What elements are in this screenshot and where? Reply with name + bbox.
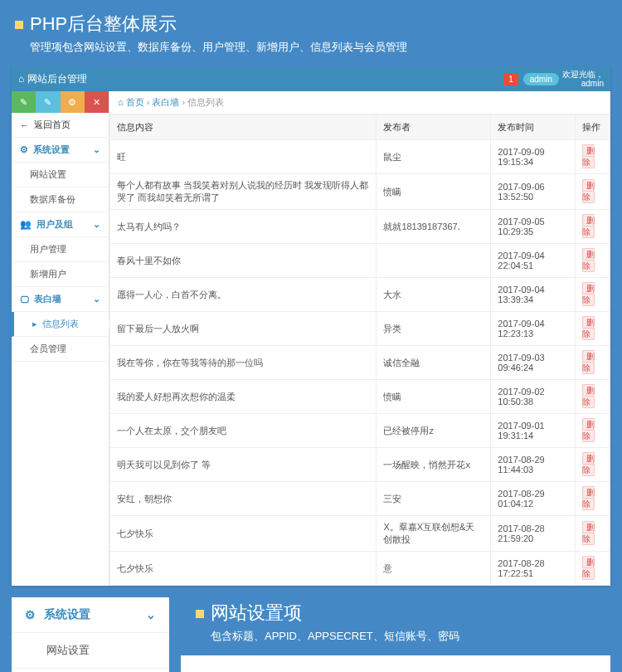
cell-user: 鼠尘 <box>377 140 491 174</box>
cell-action: 删除 <box>575 380 610 414</box>
cell-content: 我的爱人好想再次想你的温柔 <box>110 380 377 414</box>
crumb-home[interactable]: ⌂ 首页 <box>118 97 144 107</box>
delete-button[interactable]: 删除 <box>582 486 595 510</box>
cell-time: 2017-09-04 13:39:34 <box>491 278 575 312</box>
cell-user: 意 <box>377 552 491 586</box>
cell-time: 2017-09-03 09:46:24 <box>491 346 575 380</box>
cyan-button[interactable]: ✎ <box>36 91 60 113</box>
delete-button[interactable]: 删除 <box>582 556 595 580</box>
delete-button[interactable]: 删除 <box>582 521 595 545</box>
users-icon: 👥 <box>20 219 32 230</box>
delete-button[interactable]: 删除 <box>582 214 595 238</box>
cell-user: 诚信全融 <box>377 346 491 380</box>
cell-action: 删除 <box>575 278 610 312</box>
delete-button[interactable]: 删除 <box>582 452 595 476</box>
breadcrumb: ⌂ 首页 › 表白墙 › 信息列表 <box>109 91 610 114</box>
table-header: 发布时间 <box>491 115 575 140</box>
sidebar-group-wall[interactable]: 🖵表白墙⌄ <box>12 287 109 312</box>
cell-time: 2017-09-04 22:04:51 <box>491 244 575 278</box>
sidebar-color-buttons: ✎ ✎ ⚙ ✕ <box>12 91 109 113</box>
sidebar-back[interactable]: ←返回首页 <box>12 113 109 138</box>
table-row: 安红，朝想你三安2017-08-29 01:04:12删除 <box>110 482 610 516</box>
sidebar-member-mgmt[interactable]: 会员管理 <box>12 337 109 362</box>
sidebar-group-users[interactable]: 👥用户及组⌄ <box>12 212 109 237</box>
cell-time: 2017-09-05 10:29:35 <box>491 210 575 244</box>
table-row: 留下最后一人放火啊异类2017-09-04 12:23:13删除 <box>110 312 610 346</box>
cell-action: 删除 <box>575 210 610 244</box>
sidebar: ✎ ✎ ⚙ ✕ ←返回首页 ⚙系统设置⌄ 网站设置 数据库备份 👥用户及组⌄ 用… <box>12 91 109 586</box>
cell-user: 愤瞒 <box>377 380 491 414</box>
sidebar-group-system[interactable]: ⚙系统设置⌄ <box>12 138 109 163</box>
section2-sub: 包含标题、APPID、APPSECRET、短信账号、密码 <box>181 629 610 655</box>
cell-time: 2017-09-09 19:15:34 <box>491 140 575 174</box>
green-button[interactable]: ✎ <box>12 91 36 113</box>
delete-button[interactable]: 删除 <box>582 144 595 168</box>
table-header: 操作 <box>575 115 610 140</box>
notification-badge[interactable]: 1 <box>503 73 518 85</box>
cell-content: 明天我可以见到你了 等 <box>110 448 377 482</box>
gear-icon: ⚙ <box>25 608 36 621</box>
orange-button[interactable]: ⚙ <box>61 91 85 113</box>
cell-action: 删除 <box>575 174 610 210</box>
cell-time: 2017-08-29 01:04:12 <box>491 482 575 516</box>
table-row: 明天我可以见到你了 等一场醒映，悄然开花x2017-08-29 11:44:03… <box>110 448 610 482</box>
cell-content: 七夕快乐 <box>110 516 377 552</box>
sidebar-add-user[interactable]: 新增用户 <box>12 262 109 287</box>
table-row: 我在等你，你在等我等待的那一位吗诚信全融2017-09-03 09:46:24删… <box>110 346 610 380</box>
cell-content: 旺 <box>110 140 377 174</box>
chevron-down-icon: ⌄ <box>93 294 100 304</box>
delete-button[interactable]: 删除 <box>582 350 595 374</box>
cell-time: 2017-08-28 17:22:51 <box>491 552 575 586</box>
cell-user: 就就18139187367. <box>377 210 491 244</box>
cell-user: 三安 <box>377 482 491 516</box>
cell-time: 2017-09-02 10:50:38 <box>491 380 575 414</box>
table-row: 七夕快乐X。羣嘉X互联创想&天创散投2017-08-28 21:59:20删除 <box>110 516 610 552</box>
cell-user <box>377 244 491 278</box>
cell-action: 删除 <box>575 448 610 482</box>
sidebar-site-settings[interactable]: 网站设置 <box>12 163 109 187</box>
section2-title: 网站设置项 <box>181 597 610 629</box>
cell-action: 删除 <box>575 552 610 586</box>
crumb-mid[interactable]: 表白墙 <box>152 97 179 107</box>
red-button[interactable]: ✕ <box>85 91 109 113</box>
table-header: 发布者 <box>377 115 491 140</box>
delete-button[interactable]: 删除 <box>582 282 595 306</box>
cell-user: X。羣嘉X互联创想&天创散投 <box>377 516 491 552</box>
back-icon: ← <box>20 120 29 130</box>
sidebar-user-mgmt[interactable]: 用户管理 <box>12 237 109 262</box>
section1-title: PHP后台整体展示 <box>0 0 622 40</box>
cell-content: 一个人在太原，交个朋友吧 <box>110 414 377 448</box>
cell-user: 大水 <box>377 278 491 312</box>
header-bar: 网站后台管理 1 admin 欢迎光临， admin <box>12 66 610 91</box>
table-row: 我的爱人好想再次想你的温柔愤瞒2017-09-02 10:50:38删除 <box>110 380 610 414</box>
sidebar-info-list[interactable]: ▸信息列表 <box>12 312 109 337</box>
cell-time: 2017-09-01 19:31:14 <box>491 414 575 448</box>
sb2-site-settings[interactable]: 网站设置 <box>12 633 169 669</box>
table-row: 春风十里不如你2017-09-04 22:04:51删除 <box>110 244 610 278</box>
cell-action: 删除 <box>575 312 610 346</box>
cell-user: 一场醒映，悄然开花x <box>377 448 491 482</box>
cell-time: 2017-09-04 12:23:13 <box>491 312 575 346</box>
monitor-icon: 🖵 <box>20 295 29 304</box>
cell-content: 七夕快乐 <box>110 552 377 586</box>
table-row: 七夕快乐意2017-08-28 17:22:51删除 <box>110 552 610 586</box>
delete-button[interactable]: 删除 <box>582 384 595 408</box>
cell-content: 留下最后一人放火啊 <box>110 312 377 346</box>
header-title: 网站后台管理 <box>18 72 503 86</box>
delete-button[interactable]: 删除 <box>582 179 595 203</box>
cell-action: 删除 <box>575 346 610 380</box>
delete-button[interactable]: 删除 <box>582 248 595 272</box>
delete-button[interactable]: 删除 <box>582 316 595 340</box>
sb2-db-backup[interactable]: 数据库备份 <box>12 669 169 672</box>
sb2-system[interactable]: ⚙系统设置⌄ <box>12 597 169 633</box>
delete-button[interactable]: 删除 <box>582 418 595 442</box>
cell-content: 安红，朝想你 <box>110 482 377 516</box>
cell-action: 删除 <box>575 244 610 278</box>
cell-action: 删除 <box>575 482 610 516</box>
cell-content: 我在等你，你在等我等待的那一位吗 <box>110 346 377 380</box>
admin-tag[interactable]: admin <box>523 73 559 85</box>
table-row: 一个人在太原，交个朋友吧已经被停用z2017-09-01 19:31:14删除 <box>110 414 610 448</box>
sidebar-db-backup[interactable]: 数据库备份 <box>12 187 109 212</box>
table-row: 旺鼠尘2017-09-09 19:15:34删除 <box>110 140 610 174</box>
admin-panel: 网站后台管理 1 admin 欢迎光临， admin ✎ ✎ ⚙ ✕ ←返回首页… <box>12 66 610 586</box>
